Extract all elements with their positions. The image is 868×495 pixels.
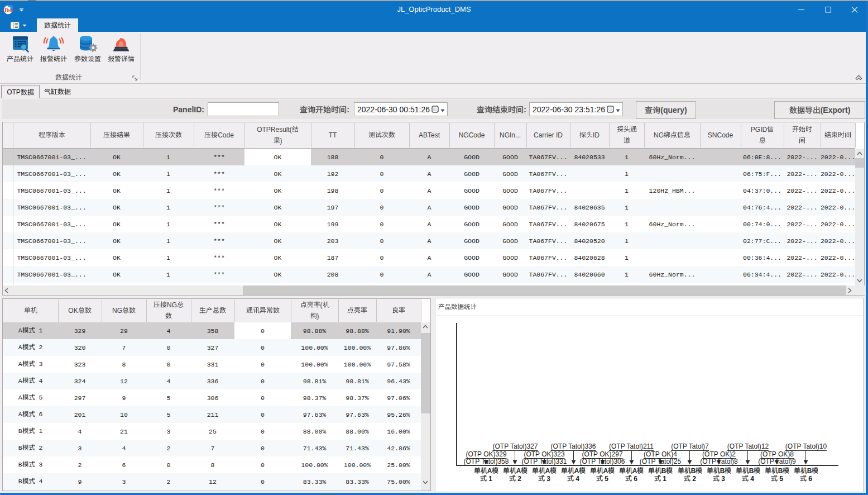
svg-text:MS: MS xyxy=(8,9,13,12)
